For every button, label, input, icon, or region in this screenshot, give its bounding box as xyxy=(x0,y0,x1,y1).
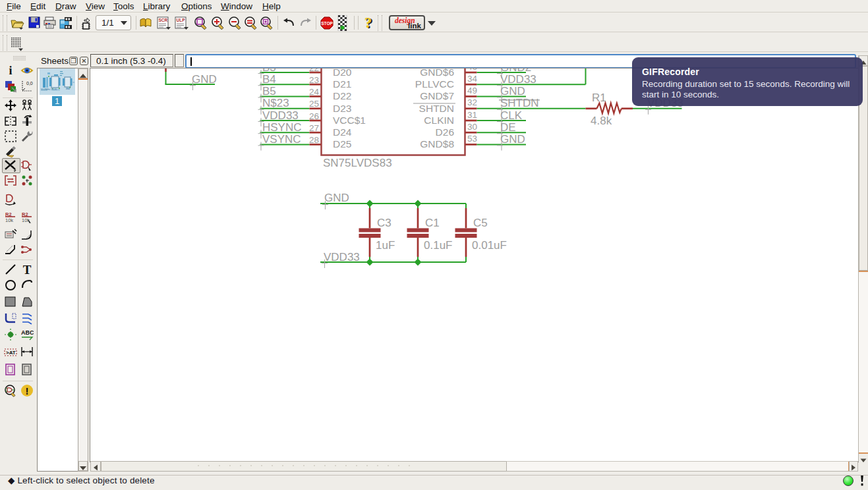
svg-text:SCR: SCR xyxy=(159,18,168,22)
svg-text:B5: B5 xyxy=(262,85,276,97)
svg-text:D25: D25 xyxy=(333,138,351,150)
svg-text:SHTDN: SHTDN xyxy=(500,97,539,109)
svg-text:D26: D26 xyxy=(436,126,454,138)
svg-text:0,0: 0,0 xyxy=(26,81,33,86)
svg-text:GND$6: GND$6 xyxy=(420,68,454,78)
svg-text:22: 22 xyxy=(309,68,319,73)
svg-text:VSYNC: VSYNC xyxy=(262,133,301,146)
svg-text:24: 24 xyxy=(309,87,320,97)
svg-text:D22: D22 xyxy=(333,90,351,101)
svg-text:>AT: >AT xyxy=(6,350,16,356)
svg-text:27: 27 xyxy=(309,123,319,133)
svg-text:GND$7: GND$7 xyxy=(420,90,454,101)
svg-text:ABC: ABC xyxy=(21,329,34,336)
svg-text:34: 34 xyxy=(467,74,478,84)
svg-text:D21: D21 xyxy=(333,78,351,90)
svg-text:4.8k: 4.8k xyxy=(591,115,612,127)
svg-text:VDD33: VDD33 xyxy=(324,251,360,263)
svg-text:51.2MHz 28-26: 51.2MHz 28-26 xyxy=(41,88,57,91)
svg-text:32: 32 xyxy=(467,97,477,107)
svg-text:C3: C3 xyxy=(377,217,391,229)
svg-text:SN75LVDS83: SN75LVDS83 xyxy=(323,157,392,169)
svg-text:!: ! xyxy=(26,385,29,396)
svg-text:T: T xyxy=(23,263,32,276)
svg-text:R2: R2 xyxy=(5,211,12,217)
svg-text:23: 23 xyxy=(309,75,319,85)
svg-text:GND$8: GND$8 xyxy=(420,138,454,150)
svg-text:1uF: 1uF xyxy=(376,239,395,252)
svg-text:53: 53 xyxy=(467,134,477,144)
svg-text:VCC$1: VCC$1 xyxy=(333,115,366,126)
svg-text:PLLVCC: PLLVCC xyxy=(415,78,454,90)
svg-text:31: 31 xyxy=(467,110,477,120)
svg-text:GND: GND xyxy=(500,133,525,146)
svg-text:D23: D23 xyxy=(333,103,351,114)
svg-text:C1: C1 xyxy=(425,217,440,229)
svg-text:46: 46 xyxy=(467,68,477,72)
svg-text:C5: C5 xyxy=(473,217,488,229)
svg-text:D24: D24 xyxy=(333,126,352,138)
svg-text:GND: GND xyxy=(192,73,217,86)
svg-text:R1: R1 xyxy=(592,92,606,104)
svg-text:GND: GND xyxy=(500,85,525,97)
svg-text:HSYNC: HSYNC xyxy=(262,121,302,134)
svg-text:DE: DE xyxy=(500,121,516,134)
svg-text:R2: R2 xyxy=(22,211,28,217)
svg-text:VDD33: VDD33 xyxy=(262,109,299,122)
svg-text:25: 25 xyxy=(309,99,319,109)
svg-text:VDD33: VDD33 xyxy=(500,73,536,86)
svg-text:SHTDN: SHTDN xyxy=(419,103,454,114)
svg-text:CLKIN: CLKIN xyxy=(424,115,454,126)
svg-text:i: i xyxy=(9,64,12,77)
svg-text:10k: 10k xyxy=(5,217,13,223)
svg-text:30: 30 xyxy=(467,122,477,132)
svg-text:28: 28 xyxy=(309,135,319,145)
svg-text:?: ? xyxy=(364,15,372,31)
svg-text:26: 26 xyxy=(309,111,319,121)
svg-text:D20: D20 xyxy=(333,68,352,78)
svg-text:0.1uF: 0.1uF xyxy=(424,239,452,252)
svg-text:49: 49 xyxy=(467,86,477,95)
svg-text:B4: B4 xyxy=(262,73,276,86)
svg-text:264: 264 xyxy=(66,88,70,90)
svg-text:GND: GND xyxy=(324,192,349,204)
svg-text:ULP: ULP xyxy=(177,18,186,22)
svg-text:CLK: CLK xyxy=(500,109,523,122)
svg-text:STOP: STOP xyxy=(321,21,333,26)
svg-text:0.01uF: 0.01uF xyxy=(472,239,507,252)
svg-text:N$23: N$23 xyxy=(262,97,289,109)
